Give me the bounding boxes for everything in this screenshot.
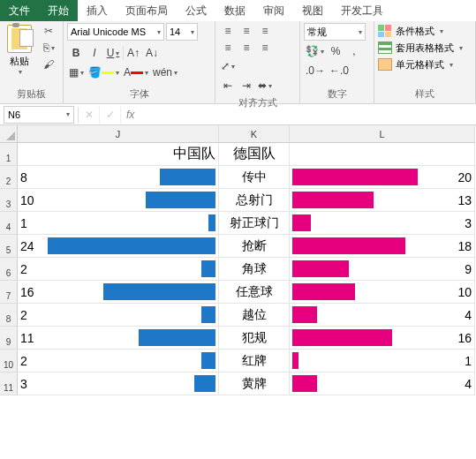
cell-K1[interactable]: 德国队 <box>219 143 290 165</box>
cell-J3[interactable]: 10 <box>18 189 219 211</box>
enter-icon[interactable]: ✓ <box>100 106 121 124</box>
align-center-button[interactable]: ≡ <box>238 40 255 56</box>
formula-input[interactable] <box>140 106 476 124</box>
tab-insert[interactable]: 插入 <box>78 0 117 21</box>
number-format-combo[interactable]: 常规▾ <box>304 23 366 41</box>
row-header-6[interactable]: 6 <box>0 258 18 281</box>
row-header-9[interactable]: 9 <box>0 327 18 350</box>
cell-K5[interactable]: 抢断 <box>219 235 290 257</box>
tab-review[interactable]: 审阅 <box>254 0 293 21</box>
fill-color-button[interactable]: 🪣▾ <box>87 64 121 81</box>
table-format-button[interactable]: 套用表格格式▾ <box>378 40 463 56</box>
cell-K11[interactable]: 黄牌 <box>219 372 290 395</box>
cell-L10[interactable]: 1 <box>290 350 475 372</box>
row-header-3[interactable]: 3 <box>0 189 18 212</box>
currency-button[interactable]: 💱▾ <box>304 42 326 60</box>
tab-home[interactable]: 开始 <box>39 0 78 21</box>
comma-button[interactable]: , <box>345 42 363 60</box>
tab-file[interactable]: 文件 <box>0 0 39 21</box>
cell-J11[interactable]: 3 <box>18 372 219 395</box>
cell-L7[interactable]: 10 <box>290 281 475 303</box>
cell-L6[interactable]: 9 <box>290 258 475 280</box>
cell-J10[interactable]: 2 <box>18 350 219 372</box>
grow-font-button[interactable]: A↑ <box>125 44 142 62</box>
row-header-8[interactable]: 8 <box>0 304 18 327</box>
border-button[interactable]: ▦▾ <box>67 64 86 81</box>
cancel-icon[interactable]: ✕ <box>79 106 100 124</box>
paste-button[interactable]: 粘贴 ▾ <box>4 23 35 78</box>
cell-K8[interactable]: 越位 <box>219 304 290 326</box>
italic-button[interactable]: I <box>86 44 103 62</box>
fx-icon[interactable]: fx <box>121 109 140 121</box>
cell-J2[interactable]: 8 <box>18 166 219 188</box>
align-top-button[interactable]: ≡ <box>219 23 237 39</box>
row-header-5[interactable]: 5 <box>0 235 18 258</box>
data-bar-right <box>292 169 418 185</box>
cell-L3[interactable]: 13 <box>290 189 475 211</box>
cell-J6[interactable]: 2 <box>18 258 219 280</box>
inc-decimal-button[interactable]: .0→ <box>304 62 327 79</box>
format-painter-button[interactable]: 🖌 <box>39 56 58 72</box>
align-right-button[interactable]: ≡ <box>256 40 274 56</box>
align-middle-button[interactable]: ≡ <box>238 23 255 39</box>
row-header-11[interactable]: 11 <box>0 372 18 395</box>
cell-J9[interactable]: 11 <box>18 327 219 349</box>
align-left-button[interactable]: ≡ <box>219 40 237 56</box>
phonetic-button[interactable]: wén▾ <box>151 64 179 81</box>
font-color-button[interactable]: A▾ <box>122 64 150 81</box>
shrink-font-button[interactable]: A↓ <box>143 44 161 62</box>
value-right: 3 <box>465 216 472 230</box>
cell-K4[interactable]: 射正球门 <box>219 212 290 234</box>
cell-J1[interactable]: 中国队 <box>18 143 219 165</box>
cell-styles-button[interactable]: 单元格样式▾ <box>378 56 463 72</box>
cell-L2[interactable]: 20 <box>290 166 475 188</box>
tab-layout[interactable]: 页面布局 <box>117 0 177 21</box>
cell-J4[interactable]: 1 <box>18 212 219 234</box>
row-header-10[interactable]: 10 <box>0 350 18 372</box>
cell-K7[interactable]: 任意球 <box>219 281 290 303</box>
cell-L8[interactable]: 4 <box>290 304 475 326</box>
col-header-L[interactable]: L <box>290 125 475 143</box>
indent-button[interactable]: ⇥ <box>238 77 255 94</box>
tab-formula[interactable]: 公式 <box>177 0 215 21</box>
conditional-format-button[interactable]: 条件格式▾ <box>378 23 463 39</box>
merge-button[interactable]: ⬌▾ <box>256 77 274 94</box>
copy-button[interactable]: ⎘▾ <box>39 40 58 56</box>
dec-decimal-button[interactable]: ←.0 <box>328 62 351 79</box>
cell-L4[interactable]: 3 <box>290 212 475 234</box>
underline-button[interactable]: U▾ <box>104 44 122 62</box>
name-box[interactable]: N6▾ <box>4 106 74 124</box>
cell-L11[interactable]: 4 <box>290 372 475 395</box>
tab-data[interactable]: 数据 <box>215 0 254 21</box>
cell-J7[interactable]: 16 <box>18 281 219 303</box>
select-all-corner[interactable] <box>0 125 18 143</box>
orientation-button[interactable]: ⤢▾ <box>219 57 237 75</box>
data-bar-left <box>103 283 215 300</box>
value-left: 3 <box>20 377 27 391</box>
cell-L1[interactable] <box>290 143 475 165</box>
col-header-K[interactable]: K <box>219 125 290 143</box>
tab-view[interactable]: 视图 <box>293 0 332 21</box>
bold-button[interactable]: B <box>67 44 85 62</box>
cut-button[interactable]: ✂ <box>39 23 58 39</box>
cell-K9[interactable]: 犯规 <box>219 327 290 349</box>
percent-button[interactable]: % <box>327 42 344 60</box>
font-size-combo[interactable]: 14▾ <box>166 23 198 41</box>
cell-L5[interactable]: 18 <box>290 235 475 257</box>
row-header-7[interactable]: 7 <box>0 281 18 304</box>
align-bottom-button[interactable]: ≡ <box>256 23 274 39</box>
cell-J8[interactable]: 2 <box>18 304 219 326</box>
cell-L9[interactable]: 16 <box>290 327 475 349</box>
outdent-button[interactable]: ⇤ <box>219 77 237 94</box>
row-header-1[interactable]: 1 <box>0 143 18 166</box>
cell-J5[interactable]: 24 <box>18 235 219 257</box>
cell-K3[interactable]: 总射门 <box>219 189 290 211</box>
row-header-2[interactable]: 2 <box>0 166 18 189</box>
tab-dev[interactable]: 开发工具 <box>332 0 392 21</box>
font-name-combo[interactable]: Arial Unicode MS▾ <box>67 23 164 41</box>
col-header-J[interactable]: J <box>18 125 219 143</box>
row-header-4[interactable]: 4 <box>0 212 18 235</box>
cell-K6[interactable]: 角球 <box>219 258 290 280</box>
cell-K2[interactable]: 传中 <box>219 166 290 188</box>
cell-K10[interactable]: 红牌 <box>219 350 290 372</box>
